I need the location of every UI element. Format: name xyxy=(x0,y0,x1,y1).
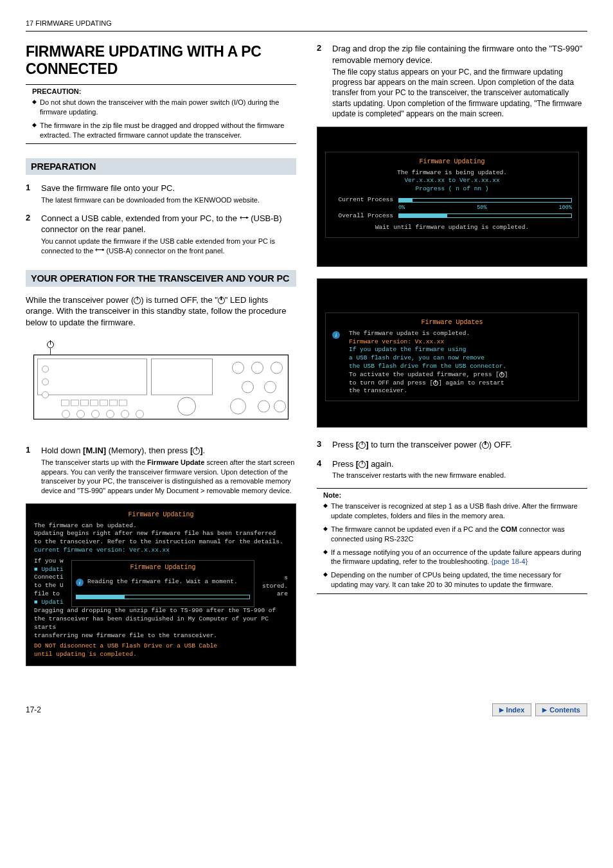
ss-line: If you w xyxy=(34,557,71,566)
step-lead: Press [] to turn the transceiver power (… xyxy=(332,439,512,451)
step-number: 3 xyxy=(317,439,326,451)
ss-line: to the transceiver. Refer to the instruc… xyxy=(34,538,288,547)
chapter-header: 17 FIRMWARE UPDATING xyxy=(26,19,587,27)
page-link[interactable]: {page 18-4} xyxy=(491,557,528,565)
precaution-item: The firmware in the zip file must be dra… xyxy=(32,121,296,140)
text: If a message notifying you of an occurre… xyxy=(331,548,582,566)
svg-point-23 xyxy=(136,410,144,418)
svg-rect-28 xyxy=(100,400,108,406)
pct: 100% xyxy=(559,204,572,212)
note-label: Note: xyxy=(317,491,587,499)
svg-rect-30 xyxy=(120,400,127,406)
step-lead: Connect a USB cable, extended from your … xyxy=(41,213,296,235)
svg-point-14 xyxy=(274,401,286,412)
power-icon xyxy=(482,442,489,449)
ss-line: Dragging and dropping the unzip file to … xyxy=(34,607,288,615)
power-icon xyxy=(499,372,504,377)
progress-label: Overall Process xyxy=(332,212,393,221)
prep-step-1: 1 Save the firmware file onto your PC. T… xyxy=(26,183,296,204)
ss-line: to turn OFF and press [] again to restar… xyxy=(349,379,508,388)
power-icon xyxy=(218,297,225,304)
svg-rect-27 xyxy=(91,400,98,406)
step-number: 2 xyxy=(317,43,326,119)
ss-line: Wait until firmware updating is complete… xyxy=(332,224,572,232)
left-column: FIRMWARE UPDATING WITH A PC CONNECTED PR… xyxy=(26,43,296,678)
right-column: 2 Drag and drop the zip file containing … xyxy=(317,43,587,678)
ss-inner-title: Firmware Updating xyxy=(76,563,250,572)
progress-fill xyxy=(399,199,413,202)
step-detail: The transceiver starts up with the Firmw… xyxy=(41,458,296,496)
precaution-label: PRECAUTION: xyxy=(26,87,296,95)
usb-icon xyxy=(95,248,104,254)
operation-heading: YOUR OPERATION FOR THE TRANSCEIVER AND Y… xyxy=(26,270,296,287)
ss-line: are xyxy=(257,590,288,599)
ss-line: s stored. xyxy=(257,574,288,591)
ss-line: to the U xyxy=(34,582,71,590)
usb-icon xyxy=(240,215,249,222)
index-button[interactable]: ▶Index xyxy=(492,703,532,716)
ss-line: To activate the updated firmware, press … xyxy=(349,371,508,379)
button-label: Contents xyxy=(549,706,580,714)
text: ) OFF. xyxy=(489,440,512,449)
note-rule-top xyxy=(317,488,587,489)
text: While the transceiver power ( xyxy=(26,295,134,305)
bold-text: COM xyxy=(501,525,517,533)
svg-rect-24 xyxy=(62,400,69,406)
operation-paragraph: While the transceiver power () is turned… xyxy=(26,294,296,329)
key-label: [] xyxy=(356,440,369,449)
ss-line: The firmware is being updated. xyxy=(332,169,572,177)
precaution-item: Do not shut down the transceiver with th… xyxy=(32,98,296,117)
step-number: 1 xyxy=(26,445,35,496)
ss-line: ■ Updati xyxy=(34,599,71,607)
ss-version: Firmware version: Vx.xx.xx xyxy=(349,338,508,347)
svg-point-8 xyxy=(252,362,263,374)
text: Hold down xyxy=(41,446,83,455)
ss-line: the transceiver has been distinguished i… xyxy=(34,615,288,632)
button-label: Index xyxy=(506,706,525,714)
svg-point-16 xyxy=(42,379,49,385)
power-icon xyxy=(359,442,366,449)
page-footer: 17-2 ▶Index ▶Contents xyxy=(26,703,587,716)
info-icon: i xyxy=(76,579,84,586)
ss-title: Firmware Updating xyxy=(332,158,572,167)
info-icon: i xyxy=(332,331,340,339)
transceiver-illustration xyxy=(26,337,296,427)
svg-rect-29 xyxy=(110,400,118,406)
svg-point-20 xyxy=(92,410,100,418)
operation-step-4: 4 Press [] again. The transceiver restar… xyxy=(317,458,587,480)
text: to turn OFF and press [ xyxy=(349,379,433,386)
contents-button[interactable]: ▶Contents xyxy=(535,703,587,716)
svg-rect-4 xyxy=(38,359,147,395)
ss-line: Updating begins right after new firmware… xyxy=(34,530,288,538)
note-rule-bottom xyxy=(317,593,587,594)
text: (Memory), then press xyxy=(106,446,190,455)
step-number: 1 xyxy=(26,183,35,204)
text: ) is turned OFF, the " xyxy=(141,295,218,305)
operation-step-1: 1 Hold down [M.IN] (Memory), then press … xyxy=(26,445,296,496)
ss-line: Progress ( n of nn ) xyxy=(332,185,572,194)
key-label: [M.IN] xyxy=(83,446,106,455)
step-lead: Press [] again. xyxy=(332,458,506,470)
ss-inner-msg: Reading the firmware file. Wait a moment… xyxy=(87,578,238,586)
ss-line: Ver.x.xx.xx to Ver.x.xx.xx xyxy=(332,177,572,185)
header-rule xyxy=(26,31,587,32)
ss-line: The firmware update is completed. xyxy=(349,330,508,338)
radio-svg xyxy=(26,337,296,427)
progress-bar xyxy=(398,213,572,218)
ss-line: Connecti xyxy=(34,574,71,582)
note-list: The transceiver is recognized at step 1 … xyxy=(317,502,587,590)
svg-rect-5 xyxy=(152,359,213,395)
svg-rect-26 xyxy=(81,400,89,406)
ss-line: the transceiver. xyxy=(349,387,508,395)
svg-point-21 xyxy=(107,410,114,418)
triangle-icon: ▶ xyxy=(499,707,504,713)
prep-step-2: 2 Connect a USB cable, extended from you… xyxy=(26,213,296,256)
text: Connect a USB cable, extended from your … xyxy=(41,213,240,223)
step-detail: The transceiver restarts with the new fi… xyxy=(332,471,506,480)
text: The transceiver starts up with the xyxy=(41,458,147,466)
svg-point-19 xyxy=(77,410,85,418)
precaution-rule-bottom xyxy=(26,143,296,144)
page-number: 17-2 xyxy=(26,705,41,714)
ss-title: Firmware Updates xyxy=(332,318,572,327)
pct: 0% xyxy=(398,204,405,212)
